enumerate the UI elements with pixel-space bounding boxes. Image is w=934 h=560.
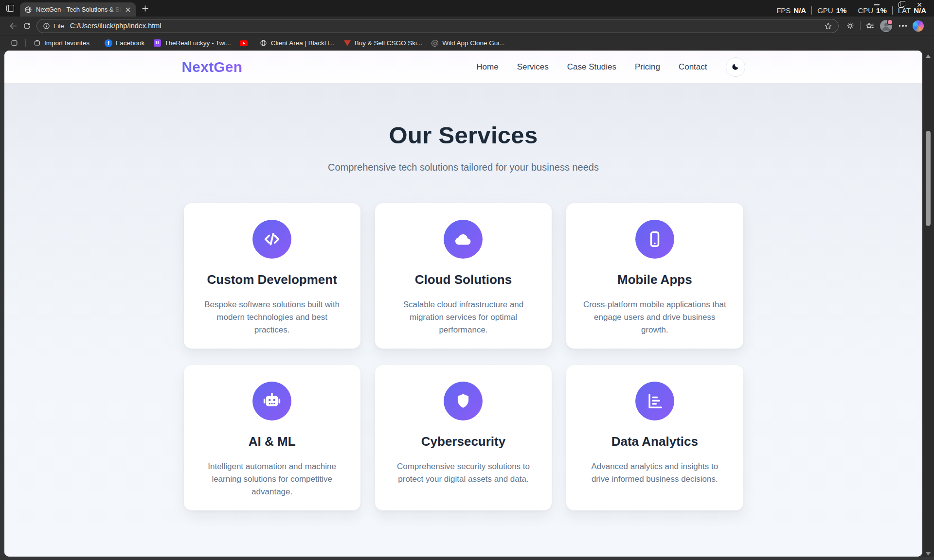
services-section: Our Services Comprehensive tech solution…: [4, 84, 922, 557]
site-logo[interactable]: NextGen: [182, 59, 243, 75]
cpu-value: 1%: [876, 6, 887, 15]
nav-link-case-studies[interactable]: Case Studies: [567, 62, 616, 72]
bookmark-facebook[interactable]: f Facebook: [100, 37, 149, 49]
sidebar-icon: [10, 39, 18, 47]
bookmark-csgo[interactable]: Buy & Sell CSGO Ski...: [339, 37, 427, 49]
browser-essentials-button[interactable]: [844, 19, 857, 33]
bar-chart-icon: [635, 382, 674, 420]
globe-icon: [260, 39, 268, 47]
sidebar-toggle-button[interactable]: [6, 37, 22, 49]
fps-label: FPS: [776, 6, 790, 15]
bookmark-label: Client Area | BlackH...: [271, 39, 335, 47]
facebook-icon: f: [105, 39, 112, 47]
bookmark-youtube[interactable]: [235, 37, 255, 49]
card-description: Scalable cloud infrastructure and migrat…: [392, 298, 535, 336]
gpu-label: GPU: [817, 6, 833, 15]
tab-close-button[interactable]: [124, 5, 132, 14]
card-description: Bespoke software solutions built with mo…: [200, 298, 344, 336]
card-description: Intelligent automation and machine learn…: [200, 460, 344, 498]
card-title: Data Analytics: [583, 434, 726, 449]
favorites-bar: Import favorites f Facebook TheRealLucky…: [0, 35, 934, 51]
info-icon: [43, 22, 50, 30]
globe-icon: [24, 6, 32, 14]
performance-overlay: FPSN/A GPU1% CPU1% LATN/A: [776, 6, 926, 15]
scrollbar-thumb[interactable]: [926, 131, 931, 226]
cloud-icon: [444, 220, 483, 259]
gear-icon: [846, 21, 855, 30]
code-icon: [252, 220, 291, 259]
favorite-star-icon[interactable]: [824, 22, 832, 30]
robot-icon: [252, 382, 291, 420]
bookmark-label: Buy & Sell CSGO Ski...: [355, 39, 423, 47]
twitch-icon: [154, 39, 161, 47]
disc-icon: [431, 40, 438, 47]
divider: [97, 39, 97, 47]
profile-avatar[interactable]: [880, 20, 892, 32]
new-tab-button[interactable]: [139, 2, 151, 15]
card-data-analytics[interactable]: Data Analytics Advanced analytics and in…: [566, 365, 743, 510]
divider: [811, 6, 812, 15]
scroll-down-arrow-icon[interactable]: [926, 552, 931, 556]
card-description: Comprehensive security solutions to prot…: [392, 460, 535, 486]
nav-links: Home Services Case Studies Pricing Conta…: [476, 57, 745, 77]
notification-dot: [887, 19, 893, 25]
webpage: NextGen Home Services Case Studies Prici…: [4, 51, 922, 557]
services-grid: Custom Development Bespoke software solu…: [184, 203, 743, 510]
restore-button[interactable]: [898, 2, 904, 8]
nav-link-contact[interactable]: Contact: [679, 62, 707, 72]
favorites-hub-button[interactable]: [863, 19, 877, 33]
tab-actions-menu-button[interactable]: [4, 2, 16, 14]
tab-strip: NextGen - Tech Solutions & Startu FPSN/A…: [0, 0, 934, 17]
nav-link-pricing[interactable]: Pricing: [635, 62, 660, 72]
youtube-icon: [240, 40, 248, 46]
card-cloud-solutions[interactable]: Cloud Solutions Scalable cloud infrastru…: [375, 203, 552, 349]
shield-icon: [444, 382, 483, 420]
address-bar[interactable]: File C:/Users/iluck/php/index.html: [36, 19, 839, 33]
card-cybersecurity[interactable]: Cybersecurity Comprehensive security sol…: [375, 365, 552, 510]
window-close-button[interactable]: ✕: [916, 1, 922, 8]
bookmark-label: TheRealLuckyy - Twi...: [164, 39, 231, 47]
back-arrow-icon: [9, 21, 18, 31]
site-navbar: NextGen Home Services Case Studies Prici…: [4, 51, 922, 84]
scroll-up-arrow-icon[interactable]: [926, 54, 931, 58]
browser-viewport: NextGen Home Services Case Studies Prici…: [0, 51, 934, 560]
browser-window: NextGen - Tech Solutions & Startu FPSN/A…: [0, 0, 934, 560]
card-title: Mobile Apps: [583, 272, 726, 287]
divider: [852, 6, 852, 15]
bookmark-wild-app[interactable]: Wild App Clone Gui...: [427, 37, 509, 49]
card-description: Cross-platform mobile applications that …: [583, 298, 726, 336]
close-icon: [126, 7, 130, 12]
divider: [892, 6, 893, 15]
tab-actions-icon: [6, 5, 14, 12]
smartphone-icon: [635, 220, 674, 259]
card-ai-ml[interactable]: AI & ML Intelligent automation and machi…: [184, 365, 360, 510]
copilot-icon[interactable]: [913, 20, 924, 32]
import-favorites-button[interactable]: Import favorites: [29, 37, 94, 49]
card-mobile-apps[interactable]: Mobile Apps Cross-platform mobile applic…: [566, 203, 743, 349]
card-description: Advanced analytics and insights to drive…: [583, 460, 726, 486]
divider: [860, 21, 861, 30]
back-button[interactable]: [6, 19, 20, 33]
bookmark-twitch[interactable]: TheRealLuckyy - Twi...: [149, 37, 235, 49]
cpu-label: CPU: [858, 6, 873, 15]
card-custom-development[interactable]: Custom Development Bespoke software solu…: [184, 203, 360, 349]
refresh-button[interactable]: [20, 19, 34, 33]
minimize-button[interactable]: [874, 4, 880, 5]
page-subtitle: Comprehensive tech solutions tailored fo…: [4, 162, 922, 173]
tab-title: NextGen - Tech Solutions & Startu: [36, 6, 122, 14]
browser-toolbar: File C:/Users/iluck/php/index.html: [0, 17, 934, 35]
bookmark-client-area[interactable]: Client Area | BlackH...: [255, 37, 339, 49]
browser-tab[interactable]: NextGen - Tech Solutions & Startu: [20, 2, 136, 17]
divider: [25, 39, 26, 47]
plus-icon: [142, 5, 148, 12]
card-title: AI & ML: [200, 434, 344, 449]
card-title: Cloud Solutions: [392, 272, 535, 287]
settings-menu-button[interactable]: [899, 25, 907, 27]
dark-mode-toggle[interactable]: [726, 57, 745, 77]
gpu-value: 1%: [836, 6, 847, 15]
url-text: C:/Users/iluck/php/index.html: [70, 22, 824, 30]
moon-icon: [731, 63, 739, 71]
page-scrollbar[interactable]: [922, 51, 934, 557]
nav-link-home[interactable]: Home: [476, 62, 498, 72]
nav-link-services[interactable]: Services: [517, 62, 549, 72]
